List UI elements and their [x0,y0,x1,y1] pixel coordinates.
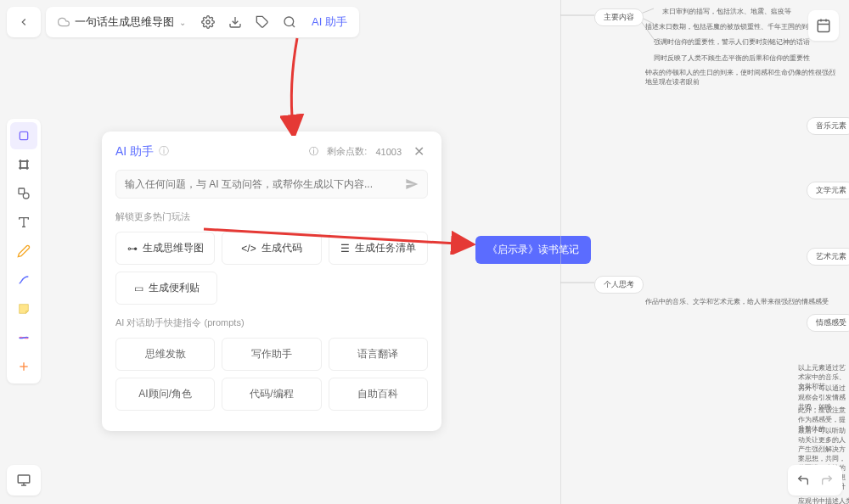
document-title-dropdown[interactable]: 一句话生成思维导图 ⌄ [49,14,194,30]
svg-point-0 [206,20,210,24]
redo-button[interactable] [815,468,839,492]
prompt-consultant[interactable]: AI顾问/角色 [115,378,215,411]
chevron-down-icon: ⌄ [179,18,186,27]
sticky-icon: ▭ [134,283,143,294]
svg-rect-5 [20,132,27,139]
mindmap-node-emotion[interactable]: 情感感受 [807,314,849,332]
svg-line-4 [292,25,295,27]
info-icon: ⓘ [309,145,318,158]
tag-button[interactable] [249,8,276,36]
mindmap-leaf[interactable]: 同时反映了人类不顾生态平衡的后果和信仰的重要性 [654,53,810,63]
connector-tool[interactable] [10,266,37,294]
mindmap-tool[interactable] [10,324,37,351]
prompt-translate[interactable]: 语言翻译 [329,338,428,371]
pen-tool[interactable] [10,238,37,265]
annotation-arrow-right [200,221,480,255]
calendar-button[interactable] [808,10,839,41]
export-button[interactable] [222,8,249,36]
close-panel-button[interactable]: ✕ [410,143,428,160]
search-button[interactable] [276,8,303,36]
document-title: 一句话生成思维导图 [75,14,174,30]
mindmap-node-music[interactable]: 音乐元素 [807,117,849,135]
ai-input-wrap[interactable] [115,170,428,199]
mindmap-canvas[interactable]: 主要内容 末日审判的描写，包括洪水、地震、瘟疫等 描述末日数期，包括恶魔的被放锁… [560,0,849,504]
svg-rect-17 [18,475,30,483]
shape-tool[interactable] [10,180,37,207]
svg-point-3 [284,17,294,26]
mindmap-leaf[interactable]: 强调时信仰的重要性，警示人们要时刻铭记神的话语 [654,37,810,47]
mindmap-node-personal-think[interactable]: 个人思考 [594,276,644,294]
mindmap-node-art[interactable]: 艺术元素 [807,248,849,266]
ai-assistant-panel: AI 助手 ⓘ ⓘ 剩余点数: 41003 ✕ 解锁更多热门玩法 ⊶ 生成思维导… [102,132,441,431]
prompt-writing[interactable]: 写作助手 [222,338,321,371]
text-tool[interactable] [10,209,37,236]
ai-panel-title-text: AI 助手 [115,144,154,160]
undo-button[interactable] [791,468,815,492]
annotation-arrow-down [280,34,314,136]
mindmap-leaf[interactable]: 钟表的停顿和人的生日的到来，使时间感和生命仍像的性很强烈地呈现在读者眼前 [645,68,841,87]
mindmap-leaf[interactable]: 末日审判的描写，包括洪水、地震、瘟疫等 [662,7,791,16]
cloud-icon [58,16,70,28]
ai-assistant-button[interactable]: AI 助手 [303,14,356,30]
svg-rect-6 [20,161,27,168]
mindmap-node-literature[interactable]: 文学元素 [807,182,849,199]
ai-prompt-input[interactable] [125,178,405,190]
prompt-coding[interactable]: 代码/编程 [222,378,321,411]
presentation-button[interactable] [7,465,41,496]
left-toolbar [7,119,41,384]
prompts-label: AI 对话助手快捷指令 (prompts) [115,316,428,329]
remaining-points-label: 剩余点数: [327,145,367,158]
frame-tool[interactable] [10,151,37,178]
help-icon[interactable]: ⓘ [159,144,169,159]
mindmap-icon: ⊶ [127,243,138,255]
svg-rect-11 [19,188,25,194]
mindmap-leaf[interactable]: 描述末日数期，包括恶魔的被放锁重性、千年王国的到来等 [645,22,822,31]
generate-sticky-button[interactable]: ▭ 生成便利贴 [115,272,217,305]
svg-point-12 [23,193,29,199]
more-tools[interactable] [10,353,37,380]
sticky-note-tool[interactable] [10,295,37,322]
mindmap-leaf[interactable]: 作品中的音乐、文学和艺术元素，给人带来很强烈的情感感受 [645,297,829,306]
prompt-divergent[interactable]: 思维发散 [115,338,215,371]
select-tool[interactable] [10,122,37,149]
svg-rect-22 [818,20,829,32]
back-button[interactable] [10,8,37,36]
mindmap-node-main-content[interactable]: 主要内容 [594,8,644,26]
remaining-points-value: 41003 [375,147,402,157]
prompt-encyclopedia[interactable]: 自助百科 [329,378,428,411]
ai-panel-title: AI 助手 ⓘ [115,144,169,160]
undo-redo-group [788,465,842,496]
mindmap-leaf[interactable]: 应观书中描述人类自 [798,496,849,504]
settings-button[interactable] [194,8,222,36]
send-button[interactable] [405,177,419,191]
